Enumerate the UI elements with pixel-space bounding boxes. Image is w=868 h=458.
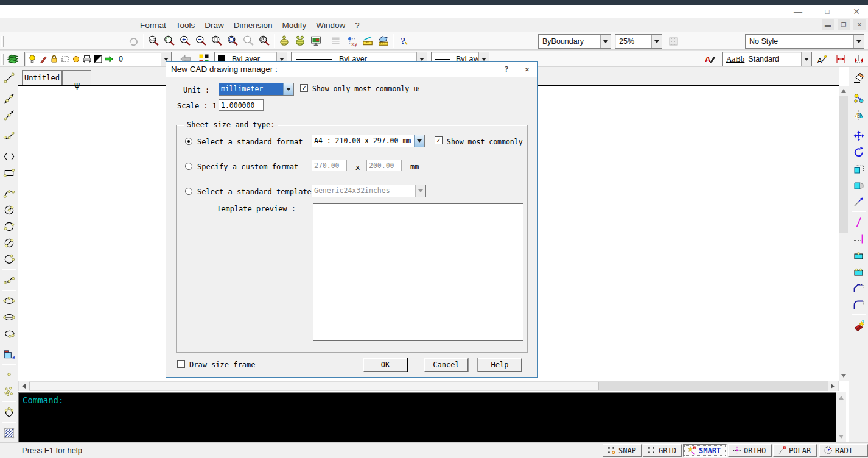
help-icon[interactable]: ? bbox=[396, 33, 411, 48]
zoom-in-icon[interactable] bbox=[177, 33, 193, 48]
circle-center-radius-icon[interactable] bbox=[1, 202, 17, 218]
menu-format[interactable]: Format bbox=[135, 19, 171, 31]
break-icon[interactable] bbox=[851, 247, 867, 263]
hatch-transparency-combo[interactable]: ByBoundary bbox=[538, 34, 611, 49]
polyline-icon[interactable] bbox=[1, 127, 17, 144]
ok-button[interactable]: OK bbox=[363, 358, 407, 372]
snap-toggle[interactable]: SNAP bbox=[603, 444, 642, 457]
close-icon[interactable]: ✕ bbox=[847, 5, 866, 18]
hatch-icon[interactable] bbox=[1, 425, 17, 441]
circle-2-point-icon[interactable] bbox=[1, 218, 17, 234]
move-icon[interactable] bbox=[851, 127, 867, 144]
dialog-close-icon[interactable]: ✕ bbox=[517, 62, 537, 77]
dialog-help-icon[interactable]: ? bbox=[496, 62, 517, 77]
custom-format-radio[interactable] bbox=[185, 163, 192, 170]
command-window[interactable]: Command: bbox=[18, 392, 836, 442]
dimension-style-icon[interactable] bbox=[833, 52, 849, 66]
hscroll-thumb[interactable] bbox=[29, 382, 599, 390]
polar-toggle[interactable]: POLAR bbox=[773, 444, 817, 457]
redraw-screen-icon[interactable] bbox=[308, 33, 324, 48]
rotate-icon[interactable] bbox=[851, 144, 867, 160]
smart-toggle[interactable]: SMART bbox=[683, 444, 727, 457]
zoom-window-icon[interactable] bbox=[145, 33, 161, 48]
layer-combo[interactable]: 0 bbox=[24, 52, 172, 66]
scroll-down-icon[interactable] bbox=[836, 432, 846, 441]
multiple-points-icon[interactable] bbox=[1, 383, 17, 400]
scale-icon[interactable] bbox=[851, 160, 867, 177]
tab-untitled[interactable]: Untitled bbox=[22, 70, 62, 85]
maximize-icon[interactable]: □ bbox=[818, 5, 836, 18]
scroll-left-icon[interactable] bbox=[19, 381, 29, 391]
zoom-all-icon[interactable] bbox=[225, 33, 240, 48]
chamfer-icon[interactable] bbox=[851, 280, 867, 296]
show-only-checkbox[interactable]: ✓ bbox=[300, 84, 308, 92]
scroll-up-icon[interactable] bbox=[839, 86, 849, 96]
extend-icon[interactable] bbox=[851, 230, 867, 247]
arc-icon[interactable] bbox=[1, 185, 17, 202]
line-icon[interactable] bbox=[1, 69, 17, 86]
measure-area-icon[interactable] bbox=[376, 33, 391, 48]
unit-combo[interactable]: millimeter bbox=[219, 83, 294, 96]
rectangle-icon[interactable] bbox=[1, 164, 17, 181]
text-style-icon[interactable]: A bbox=[702, 52, 718, 66]
scroll-down-icon[interactable] bbox=[839, 371, 849, 381]
ortho-toggle[interactable]: ORTHO bbox=[728, 444, 772, 457]
layer-manager-icon[interactable] bbox=[5, 52, 21, 66]
text-edit-icon[interactable]: A bbox=[814, 52, 830, 66]
insert-block-icon[interactable] bbox=[1, 346, 17, 362]
menu-dimension[interactable]: Dimension bbox=[229, 19, 278, 31]
menu-modify[interactable]: Modify bbox=[278, 19, 312, 31]
lengthen-icon[interactable] bbox=[851, 193, 867, 210]
dialog-title-bar[interactable]: New CAD drawing manager : ? ✕ bbox=[166, 62, 537, 77]
scroll-right-icon[interactable] bbox=[828, 381, 838, 391]
chevron-down-icon[interactable] bbox=[853, 35, 864, 48]
chevron-down-icon[interactable] bbox=[600, 35, 611, 48]
draw-frame-checkbox[interactable] bbox=[177, 360, 185, 368]
menu-help[interactable]: ? bbox=[350, 19, 365, 31]
standard-format-combo[interactable]: A4 : 210.00 x 297.00 mm bbox=[312, 135, 425, 147]
ellipse-axis-icon[interactable] bbox=[1, 292, 17, 309]
construction-line-icon[interactable] bbox=[1, 90, 17, 107]
measure-distance-icon[interactable] bbox=[360, 33, 376, 48]
standard-format-radio[interactable] bbox=[185, 138, 192, 145]
cancel-button[interactable]: Cancel bbox=[424, 358, 468, 372]
zoom-previous-icon[interactable] bbox=[256, 33, 272, 48]
template-radio[interactable] bbox=[185, 188, 192, 195]
chevron-down-icon[interactable] bbox=[414, 135, 424, 147]
menu-tools[interactable]: Tools bbox=[171, 19, 200, 31]
vscroll-thumb[interactable] bbox=[839, 96, 848, 233]
polygon-icon[interactable] bbox=[1, 148, 17, 164]
opacity-combo[interactable]: 25% bbox=[615, 34, 662, 49]
mdi-minimize-icon[interactable]: ▬ bbox=[822, 19, 834, 30]
radi-toggle[interactable]: RADI bbox=[819, 444, 868, 457]
dimension-update-icon[interactable] bbox=[851, 52, 867, 66]
region-icon[interactable] bbox=[1, 404, 17, 420]
menu-draw[interactable]: Draw bbox=[200, 19, 229, 31]
circle-arc-icon[interactable] bbox=[1, 251, 17, 267]
break-at-point-icon[interactable] bbox=[851, 263, 867, 280]
text-style-combo[interactable]: AaBb Standard bbox=[722, 52, 812, 66]
zoom-center-icon[interactable] bbox=[209, 33, 225, 48]
zoom-dynamic-icon[interactable] bbox=[161, 33, 177, 48]
trim-icon[interactable] bbox=[851, 214, 867, 230]
chevron-down-icon[interactable] bbox=[283, 83, 293, 95]
ray-icon[interactable] bbox=[1, 107, 17, 123]
mirror-icon[interactable] bbox=[851, 107, 867, 123]
help-button[interactable]: Help bbox=[478, 358, 522, 372]
ellipse-arc-icon[interactable] bbox=[1, 325, 17, 342]
toolbar-grip[interactable] bbox=[1, 54, 4, 65]
point-icon[interactable] bbox=[1, 367, 17, 383]
scale-input[interactable]: 1.000000 bbox=[219, 99, 264, 111]
regen-icon[interactable] bbox=[276, 33, 292, 48]
plot-style-combo[interactable]: No Style bbox=[745, 34, 864, 49]
scroll-up-icon[interactable] bbox=[836, 393, 846, 402]
menu-window[interactable]: Window bbox=[311, 19, 350, 31]
ellipse-center-icon[interactable] bbox=[1, 309, 17, 325]
chevron-down-icon[interactable] bbox=[801, 52, 811, 66]
stretch-icon[interactable] bbox=[851, 177, 867, 193]
toolbar-grip[interactable] bbox=[1, 36, 4, 47]
regen-all-icon[interactable] bbox=[292, 33, 308, 48]
id-point-icon[interactable]: x,y bbox=[344, 33, 360, 48]
minimize-icon[interactable]: — bbox=[789, 5, 807, 18]
grid-toggle[interactable]: GRID bbox=[643, 444, 682, 457]
